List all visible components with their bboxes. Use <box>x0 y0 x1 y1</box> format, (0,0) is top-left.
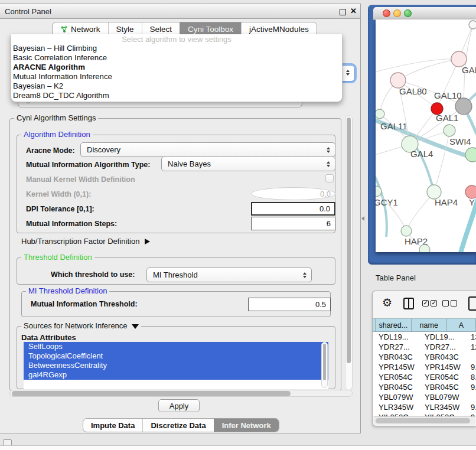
attribute-item-selfloops[interactable]: SelfLoops <box>24 342 328 351</box>
table-row[interactable]: YPR145WYPR145W9. <box>373 362 476 372</box>
apply-button[interactable]: Apply <box>158 399 200 412</box>
select-all-checkbox-icon[interactable]: ✓ <box>422 300 429 306</box>
network-view-window[interactable]: GALGAL80GAL10GAL11GAL1SWI4GAL4GCY1HAP4YH… <box>368 5 476 265</box>
table-body: YDL19...YDL19...13YDR27...YDR27...12YBR0… <box>373 332 476 416</box>
dpi-tolerance-label: DPI Tolerance [0,1]: <box>26 205 94 213</box>
network-node-gal11[interactable] <box>376 109 384 119</box>
desktop: Control Panel ✕ NetworkStyleSelectCyni T… <box>0 0 476 450</box>
tab-discretize-data-label: Discretize Data <box>151 421 206 430</box>
network-node-hap2[interactable] <box>401 226 412 236</box>
mi-steps-field[interactable]: 6 <box>251 217 335 230</box>
mi-threshold-label: Mutual Information Threshold: <box>31 300 138 308</box>
settings-horizontal-scrollbar[interactable] <box>9 390 353 397</box>
network-node[interactable] <box>469 21 476 29</box>
manual-kernel-checkbox[interactable] <box>325 174 334 182</box>
table-row[interactable]: YBL079WYBL079W <box>373 392 476 402</box>
cell: YDR27... <box>422 342 468 352</box>
window-minimize-icon[interactable] <box>393 9 401 17</box>
which-threshold-combo[interactable]: MI Threshold <box>146 268 312 282</box>
window-zoom-icon[interactable] <box>404 9 412 17</box>
control-panel-window: Control Panel ✕ NetworkStyleSelectCyni T… <box>0 4 361 433</box>
mi-steps-label: Mutual Information Steps: <box>26 220 117 228</box>
algorithm-option-bayesian-hill-climbing[interactable]: Bayesian – Hill Climbing <box>11 44 342 53</box>
algorithm-option-mutual-information-inference[interactable]: Mutual Information Inference <box>11 72 342 81</box>
table-panel-title: Table Panel <box>376 273 416 282</box>
cell: 9. <box>468 402 476 412</box>
new-table-icon[interactable] <box>468 296 476 311</box>
algorithm-option-bayesian-k2[interactable]: Bayesian – K2 <box>11 81 342 91</box>
attributes-scrollbar[interactable] <box>321 342 328 388</box>
table-panel-window: ⚙ ✓ ✓ shared...nameA YDL19...YDL19...13Y… <box>372 291 476 426</box>
network-node-y[interactable] <box>465 185 476 198</box>
combo-stepper-icon <box>346 70 350 76</box>
table-row[interactable]: YDR27...YDR27...12 <box>373 342 476 352</box>
table-row[interactable]: YLR345WYLR345W9. <box>373 402 476 412</box>
threshold-definition-title: Threshold Definition <box>21 253 94 262</box>
algorithm-option-basic-correlation-inference[interactable]: Basic Correlation Inference <box>11 53 342 63</box>
hub-definition-toggle[interactable]: Hub/Transcription Factor Definition <box>21 237 150 246</box>
data-attributes-list[interactable]: SelfLoopsTopologicalCoefficientBetweenne… <box>24 342 328 389</box>
tab-network[interactable]: Network <box>53 22 108 35</box>
tab-network-label: Network <box>71 25 100 34</box>
column-header-shared[interactable]: shared... <box>376 318 411 332</box>
table-row[interactable]: YBR045CYBR045C9. <box>373 382 476 392</box>
deselect-all-checkbox-icon[interactable] <box>442 300 449 306</box>
tab-jactivemnodules-label: jActiveMNodules <box>249 25 309 34</box>
cell: YDR27... <box>373 342 422 352</box>
select-all-checkbox-icon[interactable]: ✓ <box>431 300 437 306</box>
status-strip <box>0 445 476 450</box>
network-node[interactable] <box>455 98 472 115</box>
table-row[interactable]: YDL19...YDL19...13 <box>373 332 476 342</box>
table-row[interactable]: YBR043CYBR043C <box>373 352 476 362</box>
close-icon[interactable]: ✕ <box>350 6 357 15</box>
algorithm-definition-title: Algorithm Definition <box>21 131 93 139</box>
column-header-a[interactable]: A <box>447 318 476 332</box>
node-label-y: Y <box>469 197 475 207</box>
combo-stepper-icon <box>303 272 307 278</box>
sources-toggle[interactable]: Sources for Network Inference <box>21 322 141 330</box>
network-node-swi4[interactable] <box>465 148 476 162</box>
tab-select[interactable]: Select <box>142 22 180 35</box>
algorithm-dropdown-popup: Select algorithm to view settings Bayesi… <box>11 34 343 102</box>
mi-threshold-field[interactable]: 0.5 <box>248 298 331 311</box>
cell: YBR045C <box>422 382 468 392</box>
tab-infer-network-label: Infer Network <box>222 421 271 430</box>
which-threshold-label: Which threshold to use: <box>51 270 135 279</box>
splitter-collapse-icon[interactable] <box>361 216 364 221</box>
cell: YER054C <box>373 372 422 382</box>
mi-type-label: Mutual Information Algorithm Type: <box>26 161 150 169</box>
table-horizontal-scrollbar[interactable] <box>374 416 475 425</box>
attribute-item-gal4rgexp[interactable]: gal4RGexp <box>24 370 328 380</box>
tab-discretize-data[interactable]: Discretize Data <box>142 419 213 432</box>
float-panel-icon[interactable] <box>340 9 346 15</box>
tab-cyni-toolbox[interactable]: Cyni Toolbox <box>180 22 241 35</box>
network-node-gal1[interactable] <box>444 125 455 136</box>
dpi-tolerance-field[interactable]: 0.0 <box>251 202 335 216</box>
cell: 9. <box>468 412 476 416</box>
attribute-item-topologicalcoefficient[interactable]: TopologicalCoefficient <box>24 351 328 361</box>
column-header-name[interactable]: name <box>412 318 447 332</box>
attribute-item-betweennesscentrality[interactable]: BetweennessCentrality <box>24 361 328 370</box>
algorithm-option-aracne-algorithm[interactable]: ARACNE Algorithm <box>11 63 342 72</box>
column-view-icon[interactable] <box>403 298 414 309</box>
window-close-icon[interactable] <box>383 9 390 17</box>
kernel-width-field[interactable]: 0.0 <box>251 187 335 200</box>
aracne-mode-combo[interactable]: Discovery <box>80 142 335 157</box>
cell: YBL079W <box>422 392 468 402</box>
table-row[interactable]: YIL052CYIL052C9. <box>373 412 476 416</box>
mi-type-combo[interactable]: Naive Bayes <box>161 156 335 171</box>
deselect-all-checkbox-icon[interactable] <box>451 300 457 306</box>
tab-infer-network[interactable]: Infer Network <box>214 419 279 432</box>
tab-jactivemnodules[interactable]: jActiveMNodules <box>241 22 317 35</box>
gear-icon[interactable]: ⚙ <box>382 296 392 309</box>
table-row[interactable]: YER054CYER054C8. <box>373 372 476 382</box>
tab-style[interactable]: Style <box>108 22 142 35</box>
network-node[interactable] <box>419 244 430 252</box>
network-canvas[interactable]: GALGAL80GAL10GAL11GAL1SWI4GAL4GCY1HAP4YH… <box>376 19 476 252</box>
cell: YBL079W <box>373 392 422 402</box>
tab-impute-data[interactable]: Impute Data <box>83 419 142 432</box>
algorithm-option-dream8-dc-tdc-algorithm[interactable]: Dream8 DC_TDC Algorithm <box>11 91 342 100</box>
cell: YBR045C <box>373 382 422 392</box>
settings-vertical-scrollbar[interactable] <box>345 115 353 390</box>
table-header-row: shared...nameA <box>373 318 476 332</box>
